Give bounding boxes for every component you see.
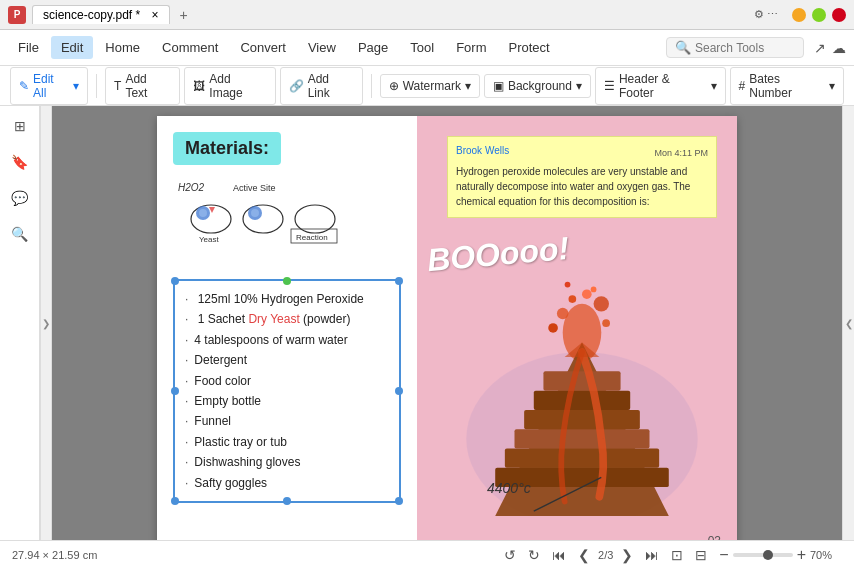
left-collapse-handle[interactable]: ❯ bbox=[40, 106, 52, 540]
page-rotate-right-button[interactable]: ↻ bbox=[524, 547, 544, 563]
svg-text:Yeast: Yeast bbox=[199, 235, 220, 244]
handle-br[interactable] bbox=[395, 497, 403, 505]
menu-file[interactable]: File bbox=[8, 36, 49, 59]
active-tab[interactable]: science-copy.pdf * × bbox=[32, 5, 170, 24]
nav-comments-icon[interactable]: 💬 bbox=[8, 186, 32, 210]
menu-convert[interactable]: Convert bbox=[230, 36, 296, 59]
zoom-out-button[interactable]: − bbox=[719, 546, 728, 564]
svg-text:H2O2: H2O2 bbox=[178, 182, 205, 193]
zoom-in-button[interactable]: + bbox=[797, 546, 806, 564]
annotation-author: Brook Wells bbox=[456, 145, 509, 156]
handle-bm[interactable] bbox=[283, 497, 291, 505]
menu-tool[interactable]: Tool bbox=[400, 36, 444, 59]
maximize-button[interactable] bbox=[812, 8, 826, 22]
menu-protect[interactable]: Protect bbox=[498, 36, 559, 59]
nav-bookmarks-icon[interactable]: 🔖 bbox=[8, 150, 32, 174]
page-navigation: ↺ ↻ ⏮ ❮ 2/3 ❯ ⏭ ⊡ ⊟ bbox=[500, 547, 711, 563]
handle-top-mid[interactable] bbox=[283, 277, 291, 285]
add-image-icon: 🖼 bbox=[193, 79, 205, 93]
svg-point-15 bbox=[557, 308, 569, 320]
add-text-button[interactable]: T Add Text bbox=[105, 67, 180, 105]
temperature-label: 4400°c bbox=[487, 480, 531, 496]
watermark-button[interactable]: ⊕ Watermark ▾ bbox=[380, 74, 480, 98]
svg-point-22 bbox=[565, 282, 571, 288]
handle-ml[interactable] bbox=[171, 387, 179, 395]
search-input[interactable] bbox=[695, 41, 795, 55]
handle-bl[interactable] bbox=[171, 497, 179, 505]
tab-close-button[interactable]: × bbox=[152, 8, 159, 22]
pdf-right-side: Brook Wells Mon 4:11 PM Hydrogen peroxid… bbox=[417, 116, 737, 540]
annotation-date: Mon 4:11 PM bbox=[654, 148, 708, 158]
header-footer-chevron: ▾ bbox=[711, 79, 717, 93]
menu-view[interactable]: View bbox=[298, 36, 346, 59]
svg-text:Active Site: Active Site bbox=[233, 183, 276, 193]
background-icon: ▣ bbox=[493, 79, 504, 93]
add-link-button[interactable]: 🔗 Add Link bbox=[280, 67, 363, 105]
list-item: Dishwashing gloves bbox=[185, 452, 389, 472]
nav-pages-icon[interactable]: ⊞ bbox=[8, 114, 32, 138]
main-area: ⊞ 🔖 💬 🔍 ❯ Materials: H2O2 Active Site bbox=[0, 106, 854, 540]
bates-icon: # bbox=[739, 79, 746, 93]
handle-mr[interactable] bbox=[395, 387, 403, 395]
edit-all-chevron: ▾ bbox=[73, 79, 79, 93]
pdf-viewer[interactable]: Materials: H2O2 Active Site bbox=[52, 106, 842, 540]
svg-rect-28 bbox=[534, 391, 630, 410]
annotation-box: Brook Wells Mon 4:11 PM Hydrogen peroxid… bbox=[447, 136, 717, 218]
svg-point-5 bbox=[199, 209, 207, 217]
page-next-button[interactable]: ❯ bbox=[617, 547, 637, 563]
menu-page[interactable]: Page bbox=[348, 36, 398, 59]
share-icon[interactable]: ↗ bbox=[814, 40, 826, 56]
background-button[interactable]: ▣ Background ▾ bbox=[484, 74, 591, 98]
page-first-button[interactable]: ⏮ bbox=[548, 547, 570, 563]
search-icon: 🔍 bbox=[675, 40, 691, 55]
status-bar: 27.94 × 21.59 cm ↺ ↻ ⏮ ❮ 2/3 ❯ ⏭ ⊡ ⊟ − +… bbox=[0, 540, 854, 568]
svg-rect-27 bbox=[524, 410, 640, 429]
menu-comment[interactable]: Comment bbox=[152, 36, 228, 59]
menu-form[interactable]: Form bbox=[446, 36, 496, 59]
zoom-slider[interactable] bbox=[733, 553, 793, 557]
right-collapse-handle[interactable]: ❮ bbox=[842, 106, 854, 540]
title-bar-left: P science-copy.pdf * × + bbox=[8, 5, 196, 25]
svg-point-6 bbox=[243, 205, 283, 233]
minimize-button[interactable] bbox=[792, 8, 806, 22]
menu-edit[interactable]: Edit bbox=[51, 36, 93, 59]
fit-width-button[interactable]: ⊟ bbox=[691, 547, 711, 563]
cloud-icon[interactable]: ☁ bbox=[832, 40, 846, 56]
new-tab-button[interactable]: + bbox=[172, 5, 196, 25]
status-right: ↺ ↻ ⏮ ❮ 2/3 ❯ ⏭ ⊡ ⊟ − + 70% bbox=[500, 546, 842, 564]
handle-tl[interactable] bbox=[171, 277, 179, 285]
watermark-chevron: ▾ bbox=[465, 79, 471, 93]
svg-point-20 bbox=[602, 319, 610, 327]
materials-title: Materials: bbox=[173, 132, 281, 165]
add-image-button[interactable]: 🖼 Add Image bbox=[184, 67, 275, 105]
page-prev-button[interactable]: ❮ bbox=[574, 547, 594, 563]
menu-bar: File Edit Home Comment Convert View Page… bbox=[0, 30, 854, 66]
background-chevron: ▾ bbox=[576, 79, 582, 93]
page-rotate-left-button[interactable]: ↺ bbox=[500, 547, 520, 563]
svg-point-17 bbox=[582, 289, 592, 299]
header-footer-button[interactable]: ☰ Header & Footer ▾ bbox=[595, 67, 726, 105]
nav-search-icon[interactable]: 🔍 bbox=[8, 222, 32, 246]
list-item: Detergent bbox=[185, 350, 389, 370]
window-icons: ⚙ ⋯ bbox=[754, 8, 778, 22]
svg-rect-26 bbox=[515, 429, 650, 448]
watermark-icon: ⊕ bbox=[389, 79, 399, 93]
add-text-icon: T bbox=[114, 79, 121, 93]
list-item: 125ml 10% Hydrogen Peroxide bbox=[185, 289, 389, 309]
page-last-button[interactable]: ⏭ bbox=[641, 547, 663, 563]
close-button[interactable] bbox=[832, 8, 846, 22]
toolbar: ✎ Edit All ▾ T Add Text 🖼 Add Image 🔗 Ad… bbox=[0, 66, 854, 106]
page-indicator: 2/3 bbox=[598, 549, 613, 561]
zoom-thumb bbox=[763, 550, 773, 560]
svg-point-19 bbox=[548, 323, 558, 333]
fit-page-button[interactable]: ⊡ bbox=[667, 547, 687, 563]
search-box[interactable]: 🔍 bbox=[666, 37, 804, 58]
menu-home[interactable]: Home bbox=[95, 36, 150, 59]
title-bar: P science-copy.pdf * × + ⚙ ⋯ bbox=[0, 0, 854, 30]
bates-number-button[interactable]: # Bates Number ▾ bbox=[730, 67, 844, 105]
app-icon: P bbox=[8, 6, 26, 24]
document-dimensions: 27.94 × 21.59 cm bbox=[12, 549, 97, 561]
zoom-control: − + 70% bbox=[719, 546, 842, 564]
edit-all-button[interactable]: ✎ Edit All ▾ bbox=[10, 67, 88, 105]
handle-tr[interactable] bbox=[395, 277, 403, 285]
